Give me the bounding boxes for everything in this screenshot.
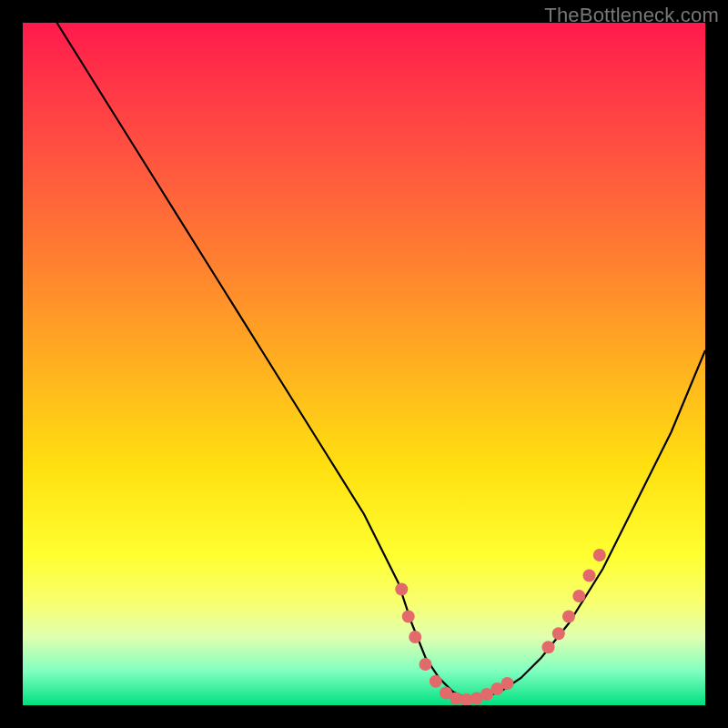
- curve-marker: [409, 631, 421, 643]
- curve-markers: [395, 549, 606, 705]
- bottleneck-curve: [57, 23, 706, 699]
- curve-marker: [552, 627, 565, 640]
- curve-marker: [420, 658, 432, 671]
- curve-marker: [501, 677, 514, 690]
- curve-marker: [542, 641, 555, 653]
- curve-marker: [402, 611, 415, 623]
- chart-frame: TheBottleneck.com: [0, 0, 728, 728]
- curve-marker: [583, 570, 596, 582]
- curve-marker: [593, 549, 606, 561]
- curve-marker: [395, 583, 408, 596]
- curve-marker: [430, 675, 442, 688]
- watermark-text: TheBottleneck.com: [544, 4, 719, 27]
- curve-marker: [562, 611, 575, 623]
- chart-svg: [23, 23, 705, 705]
- curve-marker: [572, 590, 585, 602]
